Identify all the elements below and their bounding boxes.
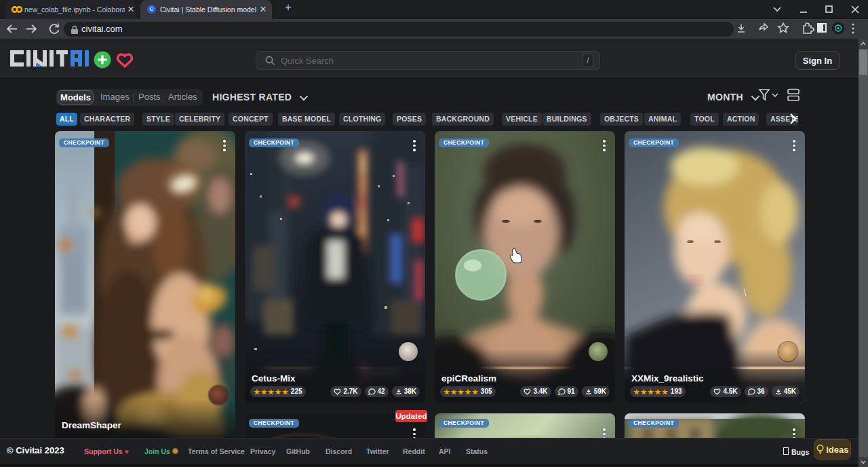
svg-text:C: C [150, 6, 154, 12]
